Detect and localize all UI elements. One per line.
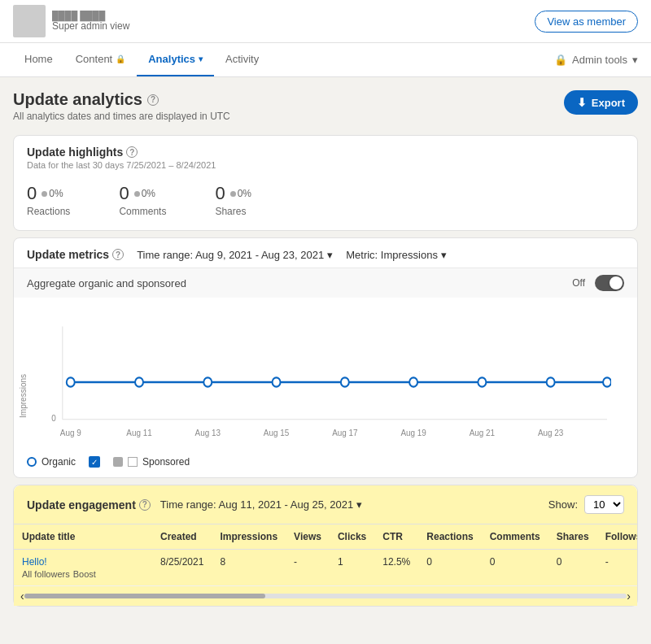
col-header-reactions: Reactions (418, 524, 481, 550)
nav-content-label: Content (76, 53, 113, 65)
chevron-down-icon-engagement: ▾ (356, 498, 362, 511)
svg-point-11 (603, 377, 611, 386)
highlights-card: Update highlights ? Data for the last 30… (13, 135, 638, 231)
legend-sponsored: Sponsored (113, 456, 190, 468)
col-header-clicks: Clicks (330, 524, 374, 550)
scroll-left-arrow[interactable]: ‹ (20, 590, 24, 603)
svg-text:Aug 13: Aug 13 (195, 428, 221, 438)
chevron-down-icon: ▾ (199, 54, 203, 63)
metrics-title: Update metrics ? (27, 248, 124, 261)
svg-point-5 (203, 377, 212, 386)
top-bar-left: ████ ████ Super admin view (13, 5, 129, 37)
page-title-info-icon[interactable]: ? (147, 94, 159, 106)
time-range-dropdown[interactable]: Time range: Aug 9, 2021 - Aug 23, 2021 ▾ (137, 249, 333, 261)
reactions-label: Reactions (27, 206, 70, 217)
page-subtitle: All analytics dates and times are displa… (13, 111, 230, 122)
svg-point-7 (341, 377, 349, 386)
chart-svg: 0 Aug 9 Aug 11 Aug 13 Aug 15 Aug 17 Aug … (46, 317, 611, 447)
view-as-member-button[interactable]: View as member (535, 11, 638, 33)
lock-icon-admin: 🔒 (554, 54, 567, 66)
metric-dropdown[interactable]: Metric: Impressions ▾ (346, 249, 447, 261)
lock-icon: 🔒 (116, 54, 125, 63)
nav-item-home[interactable]: Home (13, 43, 64, 76)
admin-tools-label: Admin tools (572, 54, 627, 66)
y-axis-label: Impressions (19, 374, 28, 418)
shares-dot (230, 191, 236, 197)
metrics-info-icon[interactable]: ? (112, 249, 124, 260)
engagement-header-right: Show: 10 25 50 (548, 495, 624, 514)
cell-follows: - (597, 550, 637, 586)
nav-item-analytics[interactable]: Analytics ▾ (137, 43, 214, 76)
export-button[interactable]: ⬇ Export (564, 90, 638, 115)
update-title-link[interactable]: Hello! (22, 556, 144, 568)
legend-organic-check[interactable]: ✓ (89, 456, 100, 468)
check-icon: ✓ (89, 456, 100, 468)
stat-shares: 0 0% Shares (215, 183, 251, 217)
aggregate-label: Aggregate organic and sponsored (27, 277, 186, 289)
engagement-time-range-dropdown[interactable]: Time range: Aug 11, 2021 - Aug 25, 2021 … (160, 498, 362, 511)
svg-point-4 (135, 377, 143, 386)
engagement-table-wrapper: Update title Created Impressions Views C… (14, 524, 637, 606)
organic-legend-circle (27, 457, 37, 467)
svg-text:0: 0 (51, 412, 56, 423)
cell-title: Hello! All followers Boost (14, 550, 152, 586)
cell-ctr: 12.5% (374, 550, 418, 586)
cell-created: 8/25/2021 (152, 550, 212, 586)
admin-name-placeholder: ████ ████ (52, 11, 129, 20)
col-header-impressions: Impressions (212, 524, 286, 550)
svg-point-6 (273, 377, 281, 386)
toggle-label: Off (572, 277, 585, 289)
chevron-down-icon-metric: ▾ (441, 249, 447, 261)
admin-tools-nav[interactable]: 🔒 Admin tools ▾ (554, 54, 638, 66)
comments-value: 0 0% (119, 183, 166, 204)
reactions-pct: 0% (42, 188, 63, 199)
engagement-header-left: Update engagement ? Time range: Aug 11, … (27, 498, 362, 511)
cell-views: - (286, 550, 330, 586)
show-dropdown[interactable]: 10 25 50 (584, 495, 624, 514)
highlights-title: Update highlights ? (27, 146, 624, 159)
table-body: Hello! All followers Boost 8/25/2021 8 -… (14, 550, 637, 586)
page-header: Update analytics ? All analytics dates a… (0, 77, 651, 128)
highlights-header: Update highlights ? Data for the last 30… (14, 136, 637, 173)
svg-point-8 (409, 377, 417, 386)
svg-point-10 (547, 377, 555, 386)
svg-text:Aug 19: Aug 19 (400, 428, 426, 438)
nav-item-activity[interactable]: Activity (214, 43, 270, 76)
show-label: Show: (548, 498, 578, 511)
col-header-update-title: Update title (14, 524, 152, 550)
aggregate-row: Aggregate organic and sponsored Off (14, 268, 637, 298)
sponsored-legend-square (113, 457, 123, 467)
horizontal-scrollbar[interactable]: ‹ › (14, 586, 637, 606)
col-header-comments: Comments (482, 524, 548, 550)
engagement-info-icon[interactable]: ? (139, 499, 151, 511)
metrics-header: Update metrics ? Time range: Aug 9, 2021… (14, 238, 637, 261)
highlights-date-range: Data for the last 30 days 7/25/2021 – 8/… (27, 160, 624, 170)
svg-text:Aug 23: Aug 23 (538, 428, 563, 438)
scroll-thumb (24, 594, 265, 598)
col-header-shares: Shares (548, 524, 597, 550)
nav-activity-label: Activity (225, 53, 259, 65)
svg-text:Aug 17: Aug 17 (332, 428, 357, 438)
reactions-dot (42, 191, 47, 197)
shares-value: 0 0% (215, 183, 251, 204)
comments-pct: 0% (134, 188, 155, 199)
nav-item-content[interactable]: Content 🔒 (64, 43, 138, 76)
svg-text:Aug 11: Aug 11 (126, 428, 151, 438)
top-bar: ████ ████ Super admin view View as membe… (0, 0, 651, 43)
engagement-header: Update engagement ? Time range: Aug 11, … (14, 485, 637, 524)
page-title: Update analytics ? (13, 90, 230, 109)
cell-shares: 0 (548, 550, 597, 586)
engagement-title: Update engagement ? (27, 498, 151, 511)
metrics-card: Update metrics ? Time range: Aug 9, 2021… (13, 237, 638, 478)
stat-reactions: 0 0% Reactions (27, 183, 70, 217)
nav-bar: Home Content 🔒 Analytics ▾ Activity 🔒 Ad… (0, 43, 651, 77)
scroll-right-arrow[interactable]: › (627, 590, 631, 603)
stat-comments: 0 0% Comments (119, 183, 166, 217)
aggregate-toggle[interactable] (595, 275, 624, 291)
nav-home-label: Home (24, 53, 53, 65)
download-icon: ⬇ (577, 96, 587, 109)
sponsored-legend-checkbox[interactable] (128, 457, 138, 467)
highlights-info-icon[interactable]: ? (126, 146, 138, 158)
tag-all-followers: All followers (22, 569, 70, 579)
chart-container: Impressions 0 Aug 9 Aug 11 Aug 13 Aug 1 (14, 298, 637, 450)
